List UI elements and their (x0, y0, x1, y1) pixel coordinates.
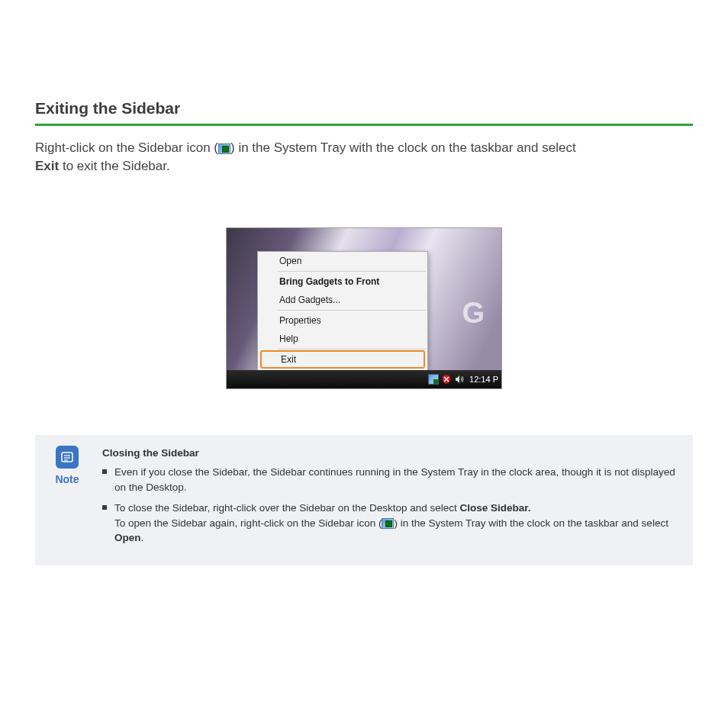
note-bullet-2a: To close the Sidebar, right-click over t… (114, 502, 460, 514)
menu-item-open[interactable]: Open (258, 252, 427, 270)
menu-item-properties[interactable]: Properties (258, 311, 427, 330)
note-close-sidebar-bold: Close Sidebar. (460, 502, 531, 514)
context-menu: Open Bring Gadgets to Front Add Gadgets.… (257, 251, 428, 372)
note-title: Closing the Sidebar (102, 446, 681, 461)
note-box: Note Closing the Sidebar Even if you clo… (35, 435, 693, 565)
intro-text-3: to exit the Sidebar. (59, 159, 170, 173)
taskbar: 12:14 P (227, 370, 501, 388)
menu-separator (278, 310, 426, 311)
document-page: Exiting the Sidebar Right-click on the S… (0, 99, 728, 728)
note-bullet-2: To close the Sidebar, right-click over t… (102, 501, 681, 546)
taskbar-clock[interactable]: 12:14 P (469, 375, 498, 384)
sidebar-tray-icon-small (382, 518, 394, 529)
menu-separator (278, 349, 426, 350)
tray-security-icon[interactable] (441, 374, 452, 385)
note-bullet-2d: . (141, 532, 144, 543)
note-bullet-2c: ) in the System Tray with the clock on t… (394, 517, 668, 529)
sidebar-tray-icon (218, 143, 230, 154)
background-letter: G (462, 297, 486, 330)
heading-rule (35, 124, 693, 126)
intro-exit-bold: Exit (35, 159, 59, 173)
tray-sidebar-icon[interactable] (428, 374, 439, 385)
menu-item-exit-highlighted[interactable]: Exit (260, 350, 425, 369)
tray-volume-icon[interactable] (454, 374, 465, 385)
intro-paragraph: Right-click on the Sidebar icon () in th… (35, 139, 693, 176)
screenshot-container: G Open Bring Gadgets to Front Add Gadget… (35, 227, 693, 389)
screenshot: G Open Bring Gadgets to Front Add Gadget… (226, 227, 502, 389)
section-heading: Exiting the Sidebar (35, 99, 693, 121)
note-open-bold: Open (114, 532, 141, 543)
intro-text-2: ) in the System Tray with the clock on t… (230, 140, 576, 155)
menu-item-add-gadgets[interactable]: Add Gadgets... (258, 291, 427, 309)
note-bullet-1: Even if you close the Sidebar, the Sideb… (102, 465, 681, 494)
menu-item-help[interactable]: Help (258, 330, 427, 348)
menu-separator (278, 271, 426, 272)
note-icon (56, 446, 79, 469)
menu-item-bring-gadgets-front[interactable]: Bring Gadgets to Front (258, 272, 427, 291)
note-bullet-2b: To open the Sidebar again, right-click o… (114, 517, 382, 529)
note-badge: Note (47, 446, 87, 552)
intro-text-1: Right-click on the Sidebar icon ( (35, 140, 218, 155)
note-label: Note (55, 473, 79, 485)
note-content: Closing the Sidebar Even if you close th… (102, 446, 681, 552)
note-bullet-1-text: Even if you close the Sidebar, the Sideb… (114, 466, 675, 493)
